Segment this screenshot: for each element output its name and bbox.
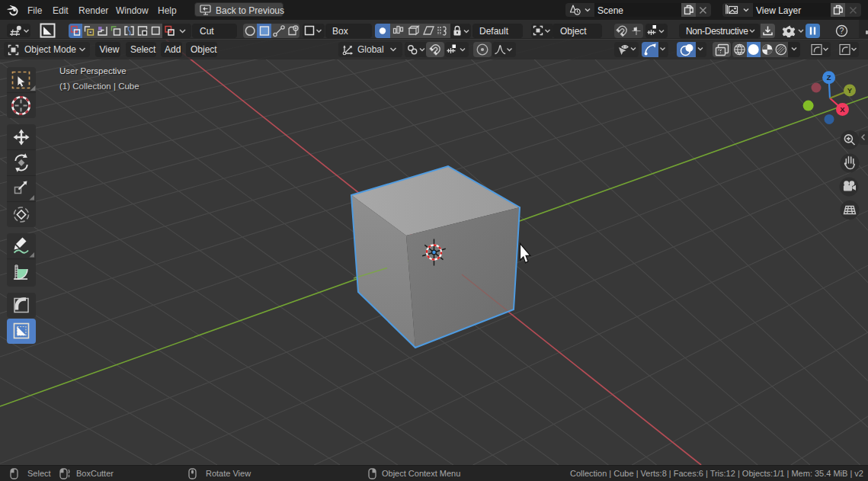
svg-text:Y: Y bbox=[847, 86, 853, 95]
svg-text:?: ? bbox=[840, 26, 844, 35]
svg-text:Z: Z bbox=[827, 73, 831, 82]
svg-text:X: X bbox=[840, 105, 845, 114]
